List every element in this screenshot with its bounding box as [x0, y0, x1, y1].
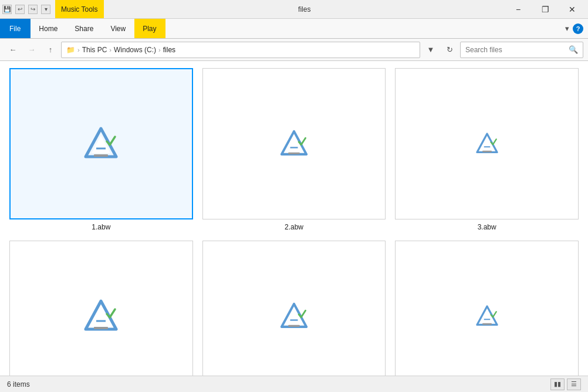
abw-file-icon: [82, 298, 120, 335]
title-bar: 💾 ↩ ↪ ▾ Music Tools files − ❐ ✕: [0, 0, 588, 19]
file-item[interactable]: 6.abw: [395, 241, 579, 376]
quick-redo-icon[interactable]: ↪: [28, 5, 38, 14]
file-item[interactable]: 1.abw: [9, 68, 193, 231]
up-button[interactable]: ↑: [42, 42, 59, 58]
breadcrumb-home-icon: 📁: [66, 46, 75, 54]
svg-rect-7: [288, 153, 300, 154]
quick-down-icon[interactable]: ▾: [41, 5, 50, 14]
details-view-button[interactable]: ☰: [567, 379, 581, 390]
search-icon[interactable]: 🔍: [569, 45, 578, 54]
tab-file[interactable]: File: [0, 19, 31, 38]
file-item[interactable]: 2.abw: [202, 68, 386, 231]
file-thumbnail: [9, 241, 193, 376]
restore-button[interactable]: ❐: [532, 0, 559, 19]
context-tab-music-tools[interactable]: Music Tools: [55, 0, 104, 18]
file-content: 1.abw 2.abw: [0, 61, 588, 376]
window-controls: − ❐ ✕: [505, 0, 586, 19]
svg-rect-15: [94, 327, 108, 329]
large-icons-view-button[interactable]: ▮▮: [550, 379, 565, 390]
file-item[interactable]: 3.abw: [395, 68, 579, 231]
title-bar-quick-access: 💾 ↩ ↪ ▾: [2, 5, 50, 14]
back-button[interactable]: ←: [5, 42, 21, 58]
abw-file-icon: [279, 129, 309, 159]
breadcrumb-current[interactable]: files: [163, 46, 175, 54]
file-thumbnail: [395, 68, 579, 219]
abw-file-icon: [82, 125, 120, 163]
close-button[interactable]: ✕: [559, 0, 586, 19]
ribbon-help-icon[interactable]: ?: [573, 23, 583, 34]
abw-file-icon: [475, 304, 499, 329]
file-thumbnail: [202, 241, 386, 376]
dropdown-button[interactable]: ▼: [423, 42, 439, 58]
quick-save-icon[interactable]: 💾: [2, 5, 12, 14]
breadcrumb-thispc[interactable]: This PC: [82, 46, 107, 54]
tab-share[interactable]: Share: [66, 19, 102, 38]
abw-file-icon: [279, 301, 309, 332]
search-input[interactable]: [465, 46, 569, 54]
window-title: files: [104, 5, 505, 13]
ribbon: File Home Share View Play ▾ ?: [0, 19, 588, 39]
minimize-button[interactable]: −: [505, 0, 532, 19]
svg-rect-23: [482, 323, 492, 325]
svg-rect-3: [94, 154, 108, 157]
svg-rect-11: [482, 151, 492, 153]
file-thumbnail: [9, 68, 193, 219]
file-item[interactable]: 5.abw: [202, 241, 386, 376]
tab-view[interactable]: View: [102, 19, 134, 38]
file-name: 3.abw: [478, 223, 496, 231]
status-bar: 6 items ▮▮ ☰: [0, 376, 588, 392]
file-thumbnail: [202, 68, 386, 219]
file-thumbnail: [395, 241, 579, 376]
file-name: 2.abw: [285, 223, 303, 231]
svg-rect-19: [288, 325, 300, 327]
search-box[interactable]: 🔍: [460, 42, 583, 58]
view-toggle: ▮▮ ☰: [550, 379, 581, 390]
refresh-button[interactable]: ↻: [441, 42, 458, 58]
breadcrumb-drive[interactable]: Windows (C:): [114, 46, 156, 54]
file-item[interactable]: 4.abw: [9, 241, 193, 376]
ribbon-collapse-icon[interactable]: ▾: [565, 24, 569, 33]
tab-play[interactable]: Play: [134, 19, 165, 38]
file-grid: 1.abw 2.abw: [9, 68, 579, 376]
item-count: 6 items: [7, 380, 30, 388]
abw-file-icon: [475, 131, 499, 156]
file-name: 1.abw: [92, 223, 110, 231]
address-bar: ← → ↑ 📁 › This PC › Windows (C:) › files…: [0, 39, 588, 61]
tab-home[interactable]: Home: [31, 19, 66, 38]
address-path[interactable]: 📁 › This PC › Windows (C:) › files: [61, 42, 420, 58]
forward-button[interactable]: →: [23, 42, 40, 58]
quick-undo-icon[interactable]: ↩: [15, 5, 25, 14]
